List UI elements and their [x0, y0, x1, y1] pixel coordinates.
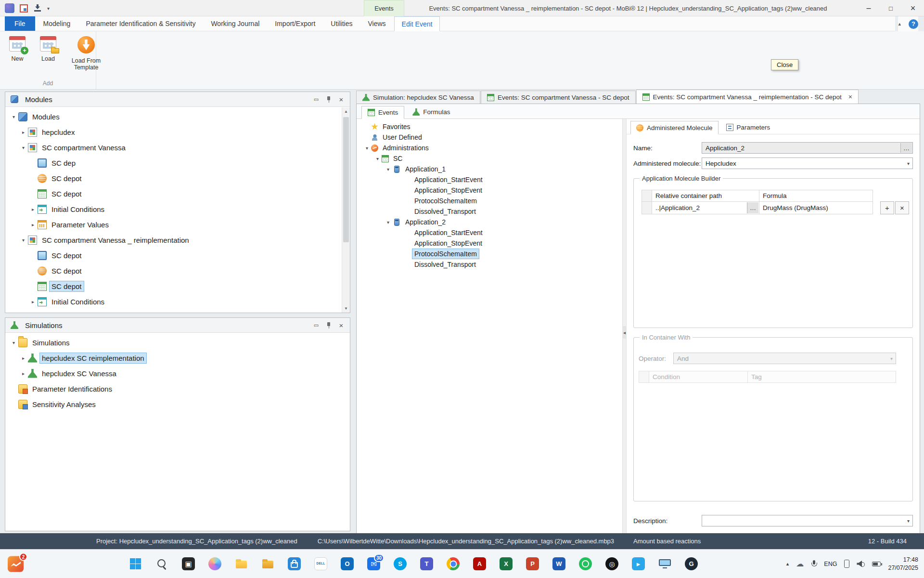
taskbar-icon-acrobat[interactable]: A	[473, 557, 486, 570]
phone-link-icon[interactable]	[844, 560, 849, 568]
taskbar-icon-whatsapp[interactable]	[579, 557, 592, 570]
tree-row[interactable]: SC depot	[5, 278, 350, 294]
ribbon-tab[interactable]: Views	[360, 16, 393, 31]
volume-icon[interactable]	[857, 561, 865, 567]
expander-icon[interactable]: ▾	[363, 145, 371, 151]
scrollbar-thumb[interactable]	[343, 117, 349, 242]
tree-row[interactable]: ▸ hepcludex SC Vanessa	[5, 366, 350, 381]
tree-row[interactable]: Favorites	[359, 121, 621, 132]
tree-row[interactable]: ▾ SC compartment Vanessa _ reimplementat…	[5, 232, 350, 248]
tree-row[interactable]: ▾ Application_2	[359, 217, 621, 227]
taskbar-icon-chrome[interactable]	[447, 557, 460, 570]
tree-row[interactable]: ▸ Parameter Values	[5, 217, 350, 232]
tree-row[interactable]: Dissolved_Transport	[359, 206, 621, 217]
pin-icon[interactable]	[324, 95, 333, 104]
taskbar-icon-skype[interactable]: S	[394, 557, 407, 570]
container-path-cell[interactable]: ..|Application_2 …	[652, 201, 759, 214]
language-indicator[interactable]: ENG	[824, 561, 837, 567]
taskbar-icon-project-folder[interactable]	[261, 557, 274, 570]
taskbar-icon-obs[interactable]: ◎	[605, 557, 618, 570]
add-row-button[interactable]: +	[880, 201, 894, 214]
taskbar-icon-display[interactable]	[658, 557, 671, 570]
taskbar-icon-teams[interactable]: T	[420, 557, 433, 570]
vertical-scrollbar[interactable]	[342, 107, 350, 313]
expander-icon[interactable]: ▾	[385, 167, 392, 172]
tree-row[interactable]: ▸ hepcludex SC reimplementation	[5, 350, 350, 366]
close-button[interactable]	[902, 0, 924, 16]
tab-close-icon[interactable]	[848, 93, 852, 101]
document-tab[interactable]: Events: SC compartment Vanessa _ reimple…	[636, 90, 859, 104]
formula-cell[interactable]: DrugMass (DrugMass)	[759, 201, 873, 214]
taskbar-icon-media-app[interactable]: ▸	[632, 557, 645, 570]
taskbar-icon-start[interactable]	[129, 557, 142, 570]
restore-panel-icon[interactable]	[312, 321, 321, 329]
taskbar-icon-explorer[interactable]	[235, 557, 248, 570]
expander-icon[interactable]: ▾	[20, 237, 27, 243]
taskbar-icon-search[interactable]	[155, 557, 168, 570]
taskbar-icon-g-app[interactable]: G	[685, 557, 698, 570]
open-project-icon[interactable]	[20, 4, 28, 13]
tray-expand-icon[interactable]	[786, 561, 789, 567]
new-button[interactable]: New	[4, 34, 31, 62]
taskbar-icon-outlook[interactable]: O	[341, 557, 354, 570]
properties-tab[interactable]: Parameters	[720, 120, 776, 134]
editor-tab[interactable]: Events	[361, 106, 404, 119]
builder-data-row[interactable]: ..|Application_2 … DrugMass (DrugMass)	[642, 201, 909, 214]
expander-icon[interactable]: ▸	[20, 355, 27, 361]
microphone-icon[interactable]	[811, 560, 817, 568]
tree-row[interactable]: Application_StartEvent	[359, 174, 621, 185]
load-from-template-button[interactable]: Load From Template	[65, 34, 107, 71]
collapse-ribbon-icon[interactable]	[898, 21, 901, 27]
battery-icon[interactable]	[872, 562, 881, 566]
expander-icon[interactable]: ▾	[20, 145, 27, 150]
scroll-down-icon[interactable]	[342, 304, 350, 313]
tree-row[interactable]: ▾ Simulations	[5, 335, 350, 350]
tree-row[interactable]: User Defined	[359, 132, 621, 143]
tree-row[interactable]: Parameter Identifications	[5, 381, 350, 396]
tree-row[interactable]: ProtocolSchemaItem	[359, 196, 621, 206]
tree-row[interactable]: SC depot	[5, 171, 350, 186]
ribbon-tab[interactable]: Utilities	[323, 16, 359, 31]
maximize-button[interactable]	[880, 0, 902, 16]
save-icon[interactable]	[33, 4, 42, 13]
minimize-button[interactable]	[858, 0, 880, 16]
taskbar-icon-powerpoint[interactable]: P	[526, 557, 539, 570]
tree-row[interactable]: SC dep	[5, 155, 350, 171]
taskbar-icon-dell[interactable]: DELL	[314, 557, 327, 570]
pin-icon[interactable]	[324, 321, 333, 329]
widgets-button[interactable]: 2	[8, 556, 24, 572]
taskbar-icon-mail[interactable]: ✉ 30	[367, 557, 380, 570]
taskbar-icon-excel[interactable]: X	[500, 557, 513, 570]
tree-row[interactable]: Application_StopEvent	[359, 185, 621, 196]
ellipsis-button[interactable]: …	[747, 202, 758, 213]
expander-icon[interactable]: ▾	[10, 114, 17, 119]
help-icon[interactable]	[909, 19, 918, 29]
close-panel-icon[interactable]	[337, 95, 346, 104]
expander-icon[interactable]: ▸	[29, 222, 37, 227]
tree-row[interactable]: SC depot	[5, 248, 350, 263]
taskbar-icon-copilot[interactable]	[208, 557, 221, 570]
tree-row[interactable]: Sensitivity Analyses	[5, 396, 350, 412]
clock[interactable]: 17:48 27/07/2025	[888, 556, 918, 572]
splitter[interactable]	[622, 119, 627, 533]
tree-row[interactable]: ▾ SC	[359, 153, 621, 164]
ribbon-tab-file[interactable]: File	[5, 16, 35, 31]
taskbar-icon-task-view[interactable]: ▣	[182, 557, 195, 570]
document-tab[interactable]: Simulation: hepcludex SC Vanessa	[356, 91, 480, 104]
scroll-up-icon[interactable]	[342, 107, 350, 116]
ribbon-tab[interactable]: Parameter Identification & Sensitivity	[78, 16, 203, 31]
ellipsis-button[interactable]: …	[900, 143, 912, 153]
expander-icon[interactable]: ▾	[385, 220, 392, 225]
close-panel-icon[interactable]	[337, 321, 346, 329]
ribbon-tab[interactable]: Import/Export	[268, 16, 322, 31]
load-button[interactable]: Load	[35, 34, 62, 62]
tree-row[interactable]: ▸ Initial Conditions	[5, 294, 350, 309]
tree-row[interactable]: ProtocolSchemaItem	[359, 249, 621, 259]
tree-row[interactable]: ▸ Initial Conditions	[5, 201, 350, 217]
tree-row[interactable]: ▾ Modules	[5, 109, 350, 124]
ribbon-tab[interactable]: Edit Event	[394, 16, 440, 31]
name-field[interactable]: Application_2 …	[702, 142, 913, 154]
expander-icon[interactable]: ▾	[10, 340, 17, 345]
onedrive-icon[interactable]	[796, 559, 804, 568]
ribbon-tab[interactable]: Modeling	[36, 16, 78, 31]
